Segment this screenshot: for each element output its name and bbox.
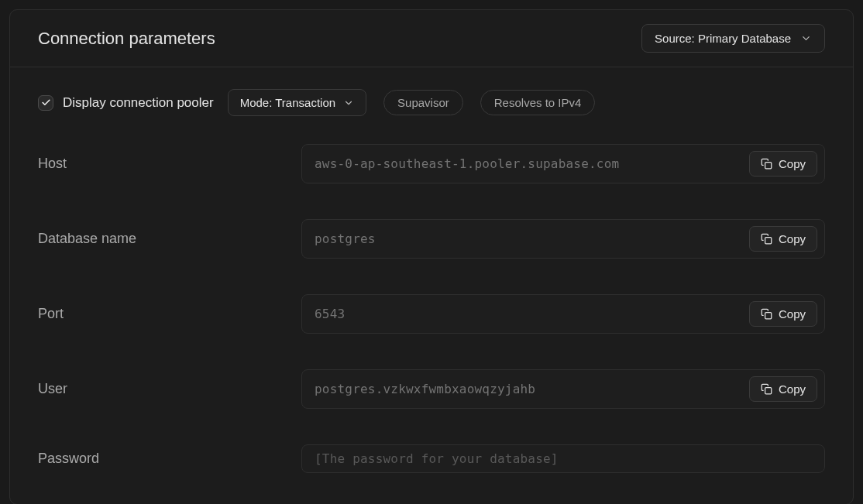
- card-header: Connection parameters Source: Primary Da…: [10, 10, 853, 67]
- copy-button[interactable]: Copy: [749, 151, 817, 177]
- field-value: postgres: [315, 231, 740, 246]
- field-label: Database name: [38, 231, 270, 247]
- copy-button-label: Copy: [779, 157, 806, 170]
- field-row: Database namepostgresCopy: [38, 219, 825, 259]
- copy-button-label: Copy: [779, 382, 806, 396]
- svg-rect-2: [765, 313, 772, 319]
- field-input[interactable]: 6543Copy: [301, 294, 825, 334]
- source-select-label: Source: Primary Database: [655, 32, 791, 45]
- svg-rect-0: [765, 163, 772, 169]
- field-label: Port: [38, 306, 270, 322]
- mode-select-label: Mode: Transaction: [240, 96, 335, 109]
- copy-icon: [761, 233, 772, 245]
- copy-button[interactable]: Copy: [749, 301, 817, 327]
- field-row: Port6543Copy: [38, 294, 825, 334]
- field-input[interactable]: [The password for your database]: [301, 444, 825, 473]
- connection-parameters-card: Connection parameters Source: Primary Da…: [9, 9, 854, 504]
- copy-button[interactable]: Copy: [749, 376, 817, 402]
- field-input[interactable]: aws-0-ap-southeast-1.pooler.supabase.com…: [301, 144, 825, 183]
- fields-list: Hostaws-0-ap-southeast-1.pooler.supabase…: [38, 144, 825, 473]
- field-label: Password: [38, 451, 270, 467]
- copy-button[interactable]: Copy: [749, 226, 817, 252]
- chevron-down-icon: [800, 33, 812, 44]
- svg-rect-3: [765, 388, 772, 394]
- copy-icon: [761, 158, 772, 170]
- options-row: Display connection pooler Mode: Transact…: [38, 89, 825, 116]
- field-row: Password[The password for your database]: [38, 444, 825, 473]
- chip-supavisor: Supavisor: [383, 90, 463, 115]
- field-value: 6543: [315, 307, 740, 321]
- field-label: Host: [38, 156, 270, 172]
- copy-button-label: Copy: [779, 307, 806, 321]
- field-row: Userpostgres.vzkwxfwmbxaowqzyjahbCopy: [38, 369, 825, 409]
- display-pooler-checkbox[interactable]: [38, 95, 53, 111]
- page-title: Connection parameters: [38, 29, 215, 49]
- mode-select[interactable]: Mode: Transaction: [228, 89, 366, 116]
- display-pooler-checkbox-wrap: Display connection pooler: [38, 95, 214, 111]
- field-row: Hostaws-0-ap-southeast-1.pooler.supabase…: [38, 144, 825, 183]
- checkmark-icon: [41, 98, 51, 108]
- svg-rect-1: [765, 238, 772, 244]
- display-pooler-label: Display connection pooler: [63, 95, 214, 111]
- chip-resolves-ipv4: Resolves to IPv4: [480, 90, 596, 115]
- field-label: User: [38, 381, 270, 397]
- field-input[interactable]: postgresCopy: [301, 219, 825, 259]
- field-value: [The password for your database]: [315, 451, 817, 466]
- field-value: aws-0-ap-southeast-1.pooler.supabase.com: [315, 156, 740, 171]
- card-body: Display connection pooler Mode: Transact…: [10, 67, 853, 504]
- source-select[interactable]: Source: Primary Database: [641, 24, 825, 53]
- field-value: postgres.vzkwxfwmbxaowqzyjahb: [315, 382, 740, 396]
- copy-button-label: Copy: [779, 232, 806, 245]
- field-input[interactable]: postgres.vzkwxfwmbxaowqzyjahbCopy: [301, 369, 825, 409]
- chevron-down-icon: [343, 98, 354, 108]
- copy-icon: [761, 383, 772, 395]
- copy-icon: [761, 308, 772, 320]
